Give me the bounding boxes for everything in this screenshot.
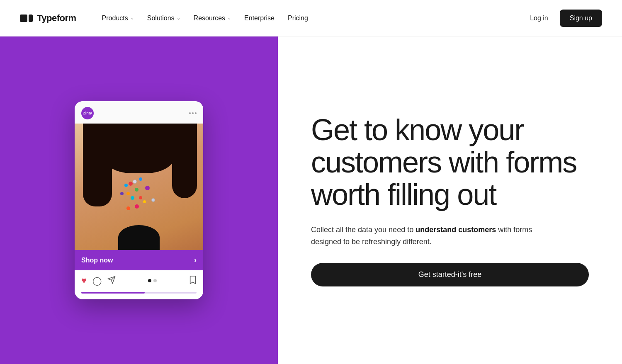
shop-now-label: Shop now	[81, 257, 113, 264]
nav-links: Products ⌄ Solutions ⌄ Resources ⌄ Enter…	[96, 11, 525, 25]
comment-icon[interactable]: ◯	[92, 276, 102, 286]
action-icons: ♥ ◯	[81, 275, 116, 286]
nav-products[interactable]: Products ⌄	[96, 11, 140, 25]
share-icon[interactable]	[107, 276, 116, 286]
heart-icon[interactable]: ♥	[81, 275, 87, 286]
chevron-down-icon: ⌄	[130, 15, 134, 21]
cta-button[interactable]: Get started-it's free	[311, 263, 589, 286]
hero-right-panel: Get to know your customers with forms wo…	[278, 36, 622, 364]
card-actions-bar: ♥ ◯	[75, 270, 203, 289]
card-image	[75, 124, 203, 250]
signup-button[interactable]: Sign up	[560, 10, 602, 27]
chevron-down-icon: ⌄	[227, 15, 231, 21]
navbar: Typeform Products ⌄ Solutions ⌄ Resource…	[0, 0, 622, 36]
logo-text: Typeform	[37, 13, 76, 24]
nav-solutions[interactable]: Solutions ⌄	[141, 11, 186, 25]
logo-link[interactable]: Typeform	[20, 13, 76, 24]
hero-headline: Get to know your customers with forms wo…	[311, 114, 589, 211]
nav-enterprise[interactable]: Enterprise	[238, 11, 280, 25]
nav-resources[interactable]: Resources ⌄	[188, 11, 237, 25]
arrow-right-icon: ›	[194, 256, 197, 265]
hero-left-panel: Zinty	[0, 36, 278, 364]
hero-subtext: Collect all the data you need to underst…	[311, 224, 543, 248]
card-dots-nav	[148, 279, 157, 282]
nav-auth: Log in Sign up	[525, 10, 602, 27]
phone-card-mockup: Zinty	[75, 101, 203, 299]
nav-pricing[interactable]: Pricing	[282, 11, 314, 25]
card-progress-bar	[75, 289, 203, 299]
brand-avatar: Zinty	[81, 107, 94, 119]
card-cta-bar[interactable]: Shop now ›	[75, 250, 203, 270]
chevron-down-icon: ⌄	[177, 15, 180, 21]
hero-section: Zinty	[0, 36, 622, 364]
bookmark-icon[interactable]	[189, 276, 197, 286]
card-header: Zinty	[75, 101, 203, 124]
logo-icon	[20, 15, 33, 22]
login-button[interactable]: Log in	[525, 11, 553, 25]
card-menu-dots	[189, 112, 197, 114]
